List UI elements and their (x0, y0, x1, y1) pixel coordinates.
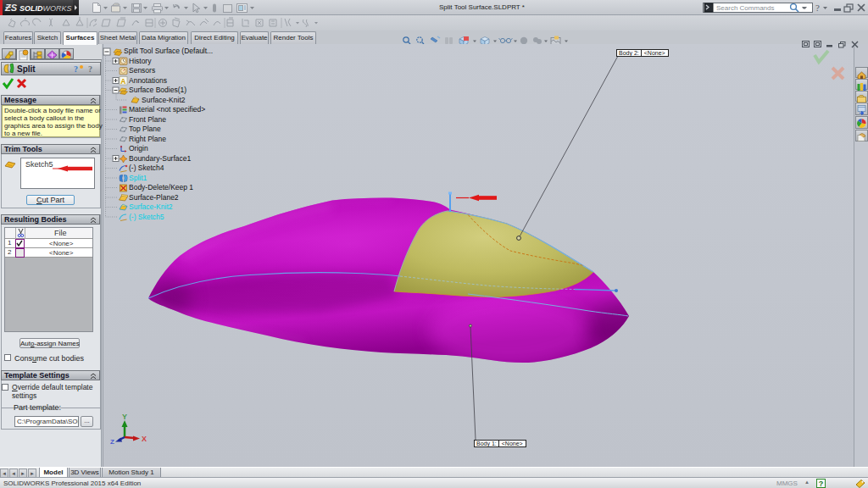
svg-text:?: ? (815, 3, 820, 13)
svg-text:X: X (142, 435, 147, 443)
svg-text:A: A (120, 76, 125, 85)
svg-text:Z: Z (110, 438, 114, 445)
svg-text:Y: Y (122, 413, 127, 421)
